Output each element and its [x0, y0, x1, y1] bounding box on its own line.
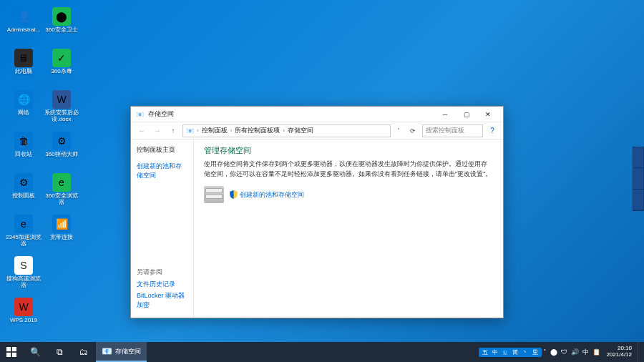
tray-icon[interactable]: 🛡	[561, 348, 567, 356]
icon-label: 360杀毒	[51, 69, 72, 75]
tray-icon[interactable]: ˄	[543, 348, 547, 356]
tray-icon[interactable]: 🔊	[571, 348, 579, 356]
forward-button[interactable]: →	[151, 124, 164, 137]
control-panel-window: 📧 存储空间 ─ ▢ ✕ ← → ↑ 📧 › 控制面板 › 所有控制面板项 › …	[130, 106, 504, 318]
icon-glyph: ⬤	[52, 7, 71, 26]
ime-item[interactable]: 丶	[521, 348, 530, 356]
tray-icon[interactable]: 📋	[592, 348, 600, 356]
icon-glyph: W	[52, 90, 71, 109]
address-bar[interactable]: 📧 › 控制面板 › 所有控制面板项 › 存储空间	[182, 124, 391, 137]
right-side-widget[interactable]	[633, 147, 644, 211]
refresh-button[interactable]: ⟳	[406, 127, 419, 134]
icon-label: 360安全卫士	[45, 27, 77, 34]
sidebar: 控制面板主页 创建新的池和存储空间 另请参阅 文件历史记录 BitLocker …	[131, 140, 194, 318]
icon-label: 控制面板	[12, 193, 35, 200]
icon-glyph: ⚙	[52, 132, 71, 150]
ime-bar[interactable]: 五中ㄓ简丶里	[479, 348, 542, 357]
desktop-icon[interactable]: ⚙控制面板	[6, 172, 42, 211]
desktop-icon[interactable]: ⬤360安全卫士	[44, 6, 79, 45]
ime-item[interactable]: 简	[511, 348, 519, 356]
desktop-icon[interactable]: ⚙360驱动大师	[44, 130, 79, 170]
desktop-icon[interactable]: 📶宽带连接	[44, 213, 79, 253]
help-button[interactable]: ?	[486, 127, 499, 134]
icon-label: 此电脑	[15, 69, 32, 75]
icon-glyph: ✓	[52, 49, 71, 67]
icon-glyph: W	[14, 298, 33, 316]
icon-glyph: ⚙	[14, 173, 33, 192]
content-area: 管理存储空间 使用存储空间将文件保存到两个或更多驱动器，以便在驱动器发生故障时为…	[194, 140, 503, 318]
icon-glyph: e	[52, 173, 71, 192]
icon-glyph: 👤	[14, 7, 33, 26]
icon-label: 系统安装后必读.docx	[44, 110, 79, 123]
svg-rect-3	[12, 353, 16, 357]
control-panel-home-link[interactable]: 控制面板主页	[137, 145, 187, 155]
maximize-button[interactable]: ▢	[456, 107, 477, 122]
desktop-icon[interactable]: 🌐网络	[6, 89, 42, 128]
icon-label: 2345加速浏览器	[6, 235, 42, 248]
icon-glyph: S	[14, 256, 33, 275]
desktop-icon[interactable]: e2345加速浏览器	[6, 213, 42, 253]
content-description: 使用存储空间将文件保存到两个或更多驱动器，以便在驱动器发生故障时为你提供保护。通…	[204, 160, 493, 179]
storage-spaces-task[interactable]: 📧存储空间	[96, 342, 147, 362]
icon-label: 宽带连接	[50, 235, 73, 241]
desktop-icon[interactable]: S搜狗高速浏览器	[6, 255, 42, 294]
search-button[interactable]: 🔍	[23, 342, 47, 362]
address-dropdown[interactable]: ˅	[394, 127, 404, 134]
breadcrumb-item[interactable]: 存储空间	[288, 126, 313, 135]
see-also-header: 另请参阅	[137, 268, 187, 277]
icon-glyph: 🌐	[14, 90, 33, 109]
desktop-icon[interactable]: WWPS 2019	[6, 296, 42, 336]
minimize-button[interactable]: ─	[434, 107, 456, 122]
icon-label: 搜狗高速浏览器	[6, 276, 42, 289]
ime-item[interactable]: ㄓ	[501, 348, 509, 356]
svg-rect-2	[6, 353, 11, 357]
ime-item[interactable]: 中	[491, 348, 499, 356]
create-pool-link[interactable]: 创建新的池和存储空间	[137, 162, 187, 180]
clock[interactable]: 20:10 2021/4/12	[602, 346, 636, 358]
nav-bar: ← → ↑ 📧 › 控制面板 › 所有控制面板项 › 存储空间 ˅ ⟳ 搜索控制…	[131, 122, 503, 140]
desktop-icon[interactable]: 👤Administrat...	[6, 6, 42, 45]
address-icon: 📧	[186, 127, 194, 134]
show-desktop-button[interactable]	[638, 342, 641, 362]
breadcrumb-item[interactable]: 控制面板	[202, 126, 228, 135]
icon-label: 360驱动大师	[45, 152, 77, 158]
close-button[interactable]: ✕	[477, 107, 499, 122]
back-button[interactable]: ←	[135, 124, 148, 137]
ime-item[interactable]: 里	[531, 348, 540, 356]
icon-glyph: 🖥	[14, 49, 33, 67]
desktop-icon[interactable]: e360安全浏览器	[44, 172, 79, 211]
up-button[interactable]: ↑	[167, 124, 180, 137]
icon-label: Administrat...	[7, 27, 41, 34]
content-heading: 管理存储空间	[204, 145, 493, 156]
system-tray: 五中ㄓ简丶里 ˄⬤🛡🔊中📋 20:10 2021/4/12	[479, 342, 644, 362]
search-input[interactable]: 搜索控制面板	[422, 124, 483, 137]
icon-label: 回收站	[15, 152, 32, 158]
ime-item[interactable]: 五	[481, 348, 489, 356]
icon-label: WPS 2019	[10, 318, 37, 324]
breadcrumb-item[interactable]: 所有控制面板项	[235, 126, 280, 135]
svg-rect-0	[6, 347, 11, 351]
window-icon: 📧	[135, 110, 144, 119]
window-title: 存储空间	[148, 109, 434, 119]
icon-label: 360安全浏览器	[44, 193, 79, 206]
taskbar: 🔍 ⧉ 🗂 📧存储空间 五中ㄓ简丶里 ˄⬤🛡🔊中📋 20:10 2021/4/1…	[0, 342, 644, 362]
shield-icon	[230, 190, 238, 199]
desktop-icon[interactable]: 🖥此电脑	[6, 47, 42, 87]
file-history-link[interactable]: 文件历史记录	[137, 280, 187, 289]
desktop-icon[interactable]: W系统安装后必读.docx	[44, 89, 79, 128]
titlebar: 📧 存储空间 ─ ▢ ✕	[131, 107, 503, 122]
tray-icon[interactable]: 中	[582, 348, 589, 357]
start-button[interactable]	[0, 342, 23, 362]
icon-glyph: e	[14, 215, 33, 233]
task-view-button[interactable]: ⧉	[47, 342, 72, 362]
desktop-icon[interactable]: ✓360杀毒	[44, 47, 79, 87]
create-pool-content-link[interactable]: 创建新的池和存储空间	[240, 191, 304, 198]
icon-glyph: 🗑	[14, 132, 33, 150]
tray-icon[interactable]: ⬤	[550, 348, 557, 356]
bitlocker-link[interactable]: BitLocker 驱动器加密	[137, 291, 187, 310]
drives-icon	[204, 186, 224, 203]
file-explorer-button[interactable]: 🗂	[72, 342, 96, 362]
icon-label: 网络	[18, 110, 29, 117]
icon-glyph: 📶	[52, 215, 71, 233]
desktop-icon[interactable]: 🗑回收站	[6, 130, 42, 170]
